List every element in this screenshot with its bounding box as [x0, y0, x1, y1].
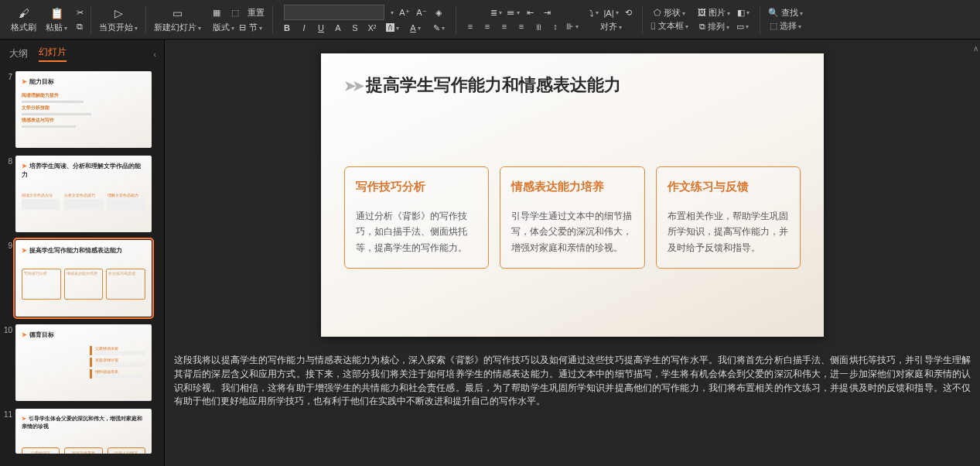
convert-button[interactable]: ⟲: [622, 7, 634, 19]
thumb-card: 作文练习与反馈: [106, 269, 145, 300]
font-family-select[interactable]: [284, 5, 384, 20]
align-right-button[interactable]: ≡: [498, 20, 510, 33]
add-slide-button[interactable]: +: [3, 461, 156, 466]
shadow-button[interactable]: A: [332, 22, 344, 34]
new-slide-label: 新建幻灯片▾: [154, 22, 201, 33]
tab-outline[interactable]: 大纲: [9, 47, 28, 60]
collapse-panel-button[interactable]: ‹: [153, 50, 156, 59]
brush-icon: 🖌: [17, 6, 31, 20]
slide-number: 7: [3, 71, 12, 148]
slide-thumbnail-7[interactable]: ➤能力目标 阅读理解能力提升 文学分析技能 情感表达与写作: [15, 71, 152, 148]
slide-number: 10: [3, 324, 12, 401]
slide-canvas[interactable]: ➤➤提高学生写作能力和情感表达能力 写作技巧分析 通过分析《背影》的写作技巧，如…: [321, 53, 824, 337]
superscript-button[interactable]: X²: [366, 22, 378, 34]
find-button[interactable]: 🔍 查找▾: [768, 7, 803, 19]
slide-thumbnail-11[interactable]: ➤引导学生体会父爱的深沉和伟大，增强对家庭和亲情的珍视 父爱的深沉 家庭亲情重要…: [15, 409, 152, 454]
thumb-card: 情感表达能力培养: [64, 269, 104, 300]
picture-group: 🖼 图片▾ ◧▾ ⧉ 排列▾ ▭▾: [693, 0, 756, 39]
thumbnail-row: 7 ➤能力目标 阅读理解能力提升 文学分析技能 情感表达与写作: [3, 71, 156, 148]
align-center-button[interactable]: ≡: [481, 20, 493, 33]
card-body: 引导学生通过文本中的细节描写，体会父爱的深沉和伟大，增强对家庭和亲情的珍视。: [511, 208, 633, 255]
textbox-button[interactable]: ⌷ 文本框▾: [650, 20, 688, 32]
card-body: 通过分析《背影》的写作技巧，如白描手法、侧面烘托等，提高学生的写作能力。: [356, 208, 477, 255]
format-painter-label: 格式刷: [11, 22, 36, 33]
collapse-right-icon[interactable]: ∧: [973, 44, 978, 53]
paste-label: 粘贴▾: [46, 22, 67, 33]
select-button[interactable]: ⬚ 选择▾: [770, 20, 801, 32]
slide-number: 9: [3, 240, 12, 317]
find-group: 🔍 查找▾ ⬚ 选择▾: [763, 0, 808, 39]
start-current-button[interactable]: ▷ 当页开始▾: [94, 0, 142, 39]
font-group: ▾ A⁺ A⁻ ◈ B I U A S X² 🅰▾ A▾ ✎▾: [276, 0, 452, 39]
new-slide-button[interactable]: ▭ 新建幻灯片▾: [149, 0, 206, 39]
new-slide-icon: ▭: [171, 6, 185, 20]
section-label[interactable]: ⊟ 节▾: [239, 22, 261, 33]
card-container: 写作技巧分析 通过分析《背影》的写作技巧，如白描手法、侧面烘托等，提高学生的写作…: [344, 166, 801, 269]
slide-thumbnail-8[interactable]: ➤培养学生阅读、分析和理解文学作品的能力 阅读文学作品方法 分析文学作品技巧 理…: [15, 156, 152, 232]
vertical-text-button[interactable]: |A|▾: [605, 7, 617, 19]
thumb-title: 能力目标: [29, 78, 54, 85]
layout-label: 版式▾: [213, 22, 234, 33]
reset-icon: ⬚: [229, 7, 241, 19]
thumbnail-row: 9 ➤提高学生写作能力和情感表达能力 写作技巧分析 情感表达能力培养 作文练习与…: [3, 240, 156, 317]
paragraph-group: ≣▾ ⩸▾ ⇤ ⇥ ≡ ≡ ≡ ≡ ⫼ ↕ ⊪▾: [459, 0, 583, 39]
cut-button[interactable]: ✂: [73, 6, 86, 19]
underline-button[interactable]: U: [315, 22, 327, 34]
fill-color-button[interactable]: ✎▾: [429, 22, 448, 34]
thumb-card: 家庭亲情重要: [64, 447, 102, 454]
shape-button[interactable]: ⬠ 形状▾: [654, 7, 685, 19]
italic-button[interactable]: I: [298, 22, 310, 34]
ribbon-toolbar: 🖌 格式刷 📋 粘贴▾ ✂ ⧉ ▷ 当页开始▾ ▭ 新建幻灯片▾ ▦ ⬚重置 版…: [0, 0, 980, 39]
align-label[interactable]: 对齐▾: [600, 21, 622, 33]
font-increase-button[interactable]: A⁺: [398, 6, 411, 19]
slide-thumbnail-9[interactable]: ➤提高学生写作能力和情感表达能力 写作技巧分析 情感表达能力培养 作文练习与反馈: [15, 240, 152, 317]
indent-decrease-button[interactable]: ⇤: [524, 6, 536, 19]
fill-button[interactable]: ◧▾: [735, 6, 752, 19]
copy-button[interactable]: ⧉: [73, 20, 86, 33]
thumb-title: 德育目标: [29, 331, 54, 338]
card-body: 布置相关作业，帮助学生巩固所学知识，提高写作能力，并及时给予反馈和指导。: [668, 208, 789, 255]
align-left-button[interactable]: ≡: [464, 20, 476, 33]
slide-thumbnail-10[interactable]: ➤德育目标 父爱情感体验 家庭亲情珍视 情怀延续传承: [15, 324, 152, 401]
highlight-button[interactable]: 🅰▾: [383, 22, 401, 34]
editor-area: ∧ ➤➤提高学生写作能力和情感表达能力 写作技巧分析 通过分析《背影》的写作技巧…: [165, 39, 980, 466]
text-direction-button[interactable]: ⤵▾: [588, 7, 600, 19]
thumbnail-row: 8 ➤培养学生阅读、分析和理解文学作品的能力 阅读文学作品方法 分析文学作品技巧…: [3, 156, 156, 232]
slide-number: 8: [3, 156, 12, 232]
cut-copy-group: ✂ ⧉: [72, 0, 87, 39]
line-spacing-button[interactable]: ↕: [549, 20, 562, 33]
distribute-button[interactable]: ⫼: [532, 20, 545, 33]
bullets-button[interactable]: ≣▾: [490, 6, 502, 19]
card-title: 作文练习与反馈: [668, 180, 789, 194]
card-2: 情感表达能力培养 引导学生通过文本中的细节描写，体会父爱的深沉和伟大，增强对家庭…: [500, 166, 644, 269]
align-justify-button[interactable]: ≡: [515, 20, 528, 33]
paste-button[interactable]: 📋 粘贴▾: [41, 0, 72, 39]
columns-button[interactable]: ⊪▾: [566, 20, 579, 33]
thumbnail-list: 7 ➤能力目标 阅读理解能力提升 文学分析技能 情感表达与写作 8: [0, 68, 164, 466]
bold-button[interactable]: B: [281, 22, 293, 34]
thumb-card: 父爱的深沉: [22, 447, 60, 454]
layout-button[interactable]: ▦ ⬚重置 版式▾ ⊟ 节▾: [206, 0, 269, 39]
tab-slides[interactable]: 幻灯片: [39, 46, 67, 62]
thumbnail-row: 10 ➤德育目标 父爱情感体验 家庭亲情珍视 情怀延续传承: [3, 324, 156, 401]
numbering-button[interactable]: ⩸▾: [507, 6, 519, 19]
card-title: 写作技巧分析: [356, 180, 477, 194]
indent-increase-button[interactable]: ⇥: [541, 6, 553, 19]
arrange-button[interactable]: ⧉ 排列▾: [699, 21, 729, 33]
card-3: 作文练习与反馈 布置相关作业，帮助学生巩固所学知识，提高写作能力，并及时给予反馈…: [656, 166, 801, 269]
format-painter-button[interactable]: 🖌 格式刷: [6, 0, 41, 39]
picture-button[interactable]: 🖼 图片▾: [698, 7, 730, 19]
outline-button[interactable]: ▭▾: [734, 20, 751, 33]
thumb-title: 引导学生体会父爱的深沉和伟大，增强对家庭和亲情的珍视: [22, 416, 142, 429]
speaker-notes[interactable]: 这段我将以提高学生的写作能力与情感表达能力为核心，深入探索《背影》的写作技巧以及…: [174, 354, 971, 409]
strike-button[interactable]: S: [349, 22, 361, 34]
thumb-title: 培养学生阅读、分析和理解文学作品的能力: [22, 163, 141, 178]
font-decrease-button[interactable]: A⁻: [415, 6, 428, 19]
sidebar-tabs: 大纲 幻灯片 ‹: [0, 39, 164, 68]
clear-format-button[interactable]: ◈: [432, 6, 445, 19]
thumb-card: 珍视人间情谊: [108, 447, 145, 454]
text-direction-group: ⤵▾ |A|▾ ⟲ 对齐▾: [583, 0, 639, 39]
font-color-button[interactable]: A▾: [406, 22, 425, 34]
thumb-card: 写作技巧分析: [22, 269, 61, 300]
card-1: 写作技巧分析 通过分析《背影》的写作技巧，如白描手法、侧面烘托等，提高学生的写作…: [344, 166, 489, 269]
